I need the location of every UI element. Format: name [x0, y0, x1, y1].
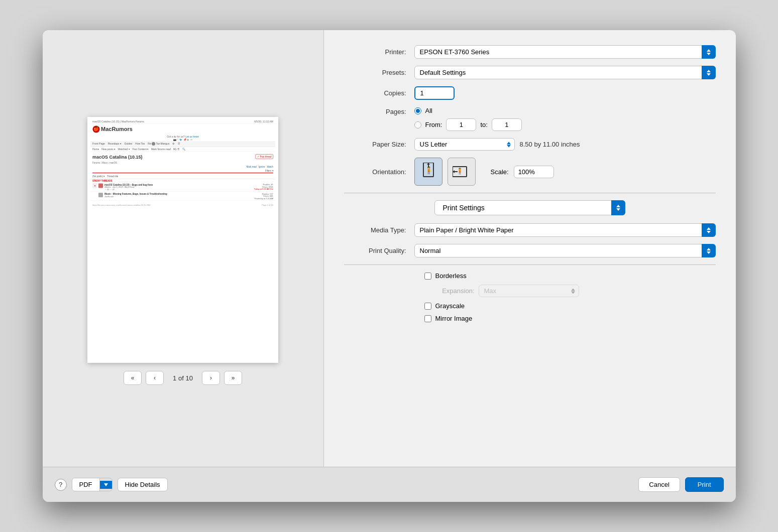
dialog-body: macOS Catalina (10.15) | MacRumors Forum… [43, 30, 736, 467]
thread-1-stats: Replies: 1K Views: 201K Today at 5:31 AM… [254, 184, 273, 191]
borderless-label: Borderless [435, 272, 467, 280]
cancel-button[interactable]: Cancel [638, 477, 680, 492]
borderless-checkbox[interactable] [424, 273, 431, 280]
pages-all-label: All [425, 107, 432, 114]
pages-from-row: From: to: [414, 118, 522, 131]
printer-select-wrapper: EPSON ET-3760 Series [414, 45, 716, 59]
hide-details-button[interactable]: Hide Details [118, 478, 168, 491]
thread-1-avatar [98, 184, 103, 188]
mr-breadcrumb: Forums › Macs › macOS [90, 161, 275, 165]
section-select[interactable]: Print Settings Layout Color Matching Pap… [434, 200, 625, 215]
copies-label: Copies: [344, 89, 414, 97]
page-prev-button[interactable]: ‹ [146, 371, 164, 385]
pages-from-radio[interactable] [414, 121, 421, 128]
presets-label: Presets: [344, 69, 414, 76]
mr-thread-item-2: Music - Missing Features, Bugs, Issues &… [90, 192, 275, 201]
mr-article-header: ✓ Post thread macOS Catalina (10.15) [90, 152, 275, 162]
mirror-image-label: Mirror Image [435, 315, 473, 322]
expansion-select[interactable]: Max Mid Min [479, 285, 579, 297]
copies-control [414, 86, 716, 100]
grayscale-checkbox[interactable] [424, 303, 431, 310]
print-quality-select[interactable]: Normal Draft Fine [414, 244, 716, 257]
media-type-control: Plain Paper / Bright White Paper Matte P… [414, 223, 716, 237]
orientation-label: Orientation: [344, 168, 414, 176]
pages-row: Pages: All From: to: [344, 107, 716, 131]
mr-logo-area: 🍎 MacRumors [90, 124, 275, 135]
mr-article-title: macOS Catalina (10.15) [92, 155, 273, 160]
grayscale-label: Grayscale [435, 302, 465, 310]
mr-tagline: Got a tip for us? Let us know [90, 135, 275, 139]
page-next-button[interactable]: › [202, 371, 220, 385]
scale-label: Scale: [491, 168, 509, 176]
page-content: macOS Catalina (10.15) | MacRumors Forum… [87, 117, 278, 363]
settings-panel: Printer: EPSON ET-3760 Series Pres [324, 30, 736, 467]
presets-control: Default Settings [414, 66, 716, 79]
orientation-portrait-button[interactable]: 🧍 [414, 158, 442, 186]
print-button[interactable]: Print [685, 477, 724, 492]
mr-thread-item-1: ✕ macOS Catalina (10.15) – Bugs and bug … [90, 183, 275, 192]
page-first-button[interactable]: « [124, 371, 142, 385]
paper-size-control: US Letter 8.50 by 11.00 inches [414, 138, 716, 151]
mirror-image-checkbox[interactable] [424, 315, 431, 322]
page-preview: macOS Catalina (10.15) | MacRumors Forum… [87, 117, 278, 363]
copies-row: Copies: [344, 86, 716, 100]
expansion-row: Expansion: Max Mid Min [344, 285, 716, 297]
orientation-landscape-button[interactable]: 🧍 [448, 158, 476, 186]
pages-to-label: to: [480, 121, 487, 128]
printer-select[interactable]: EPSON ET-3760 Series [414, 45, 716, 59]
thread-1-x-icon: ✕ [92, 184, 97, 188]
mr-footer: https://forums.macrumors.com/forums/maco… [90, 203, 275, 207]
presets-select[interactable]: Default Settings [414, 66, 716, 79]
mr-time: 6/5/20, 11:12 AM [254, 120, 273, 123]
thread-1-meta2: ← 50 → 47 [104, 188, 253, 191]
macrumors-logo-icon: 🍎 [92, 125, 100, 133]
preview-panel: macOS Catalina (10.15) | MacRumors Forum… [43, 30, 324, 467]
portrait-icon: 🧍 [421, 163, 436, 181]
pdf-arrow-icon [104, 483, 108, 486]
paper-size-select-wrapper: US Letter [414, 138, 515, 151]
section-dropdown-row: Print Settings Layout Color Matching Pap… [344, 200, 716, 215]
pages-label: Pages: [344, 107, 414, 115]
pdf-main-button[interactable]: PDF [72, 478, 100, 491]
thread-2-avatar [98, 193, 103, 197]
separator-1 [344, 193, 716, 193]
print-quality-control: Normal Draft Fine [414, 244, 716, 257]
mr-header: macOS Catalina (10.15) | MacRumors Forum… [90, 119, 275, 124]
help-button[interactable]: ? [55, 479, 67, 491]
presets-select-wrapper: Default Settings [414, 66, 716, 79]
pages-radio-group: All From: to: [414, 107, 522, 131]
pages-from-input[interactable] [446, 118, 476, 131]
page-last-button[interactable]: » [224, 371, 242, 385]
pages-all-radio[interactable] [414, 107, 421, 114]
svg-text:✕: ✕ [94, 184, 96, 187]
mr-post-btn: ✓ Post thread [256, 155, 273, 159]
landscape-icon: 🧍 [453, 164, 471, 179]
pages-from-label: From: [425, 121, 442, 128]
printer-control: EPSON ET-3760 Series [414, 45, 716, 59]
print-quality-label: Print Quality: [344, 247, 414, 254]
pdf-dropdown-button[interactable] [100, 481, 112, 489]
pdf-button-group: PDF [72, 478, 113, 491]
pages-to-input[interactable] [492, 118, 522, 131]
paper-size-label: Paper Size: [344, 141, 414, 148]
mr-logo-text: MacRumors [101, 126, 133, 132]
printer-row: Printer: EPSON ET-3760 Series [344, 45, 716, 59]
page-navigation: « ‹ 1 of 10 › » [124, 371, 242, 385]
scale-input[interactable] [514, 166, 554, 178]
mr-nav: Front PageRoundups ▾GuidesHow Tos Re Taz… [90, 141, 275, 147]
thread-2-stats: Replies: 567 Views: 84K Yesterday at 2:5… [254, 193, 273, 200]
grayscale-row: Grayscale [344, 302, 716, 310]
mr-site-name: macOS Catalina (10.15) | MacRumors Forum… [92, 120, 144, 123]
print-dialog: macOS Catalina (10.15) | MacRumors Forum… [43, 30, 736, 502]
copies-input[interactable] [414, 86, 455, 100]
paper-size-select[interactable]: US Letter [414, 138, 515, 151]
media-type-select[interactable]: Plain Paper / Bright White Paper Matte P… [414, 223, 716, 237]
printer-label: Printer: [344, 48, 414, 56]
svg-point-2 [152, 142, 155, 146]
svg-text:🧍: 🧍 [456, 167, 463, 175]
borderless-row: Borderless [344, 272, 716, 280]
separator-2 [344, 264, 716, 265]
thread-2-content: Music - Missing Features, Bugs, Issues &… [104, 193, 253, 198]
media-type-select-wrapper: Plain Paper / Bright White Paper Matte P… [414, 223, 716, 237]
thread-1-content: macOS Catalina (10.15) – Bugs and bug fi… [104, 184, 253, 191]
